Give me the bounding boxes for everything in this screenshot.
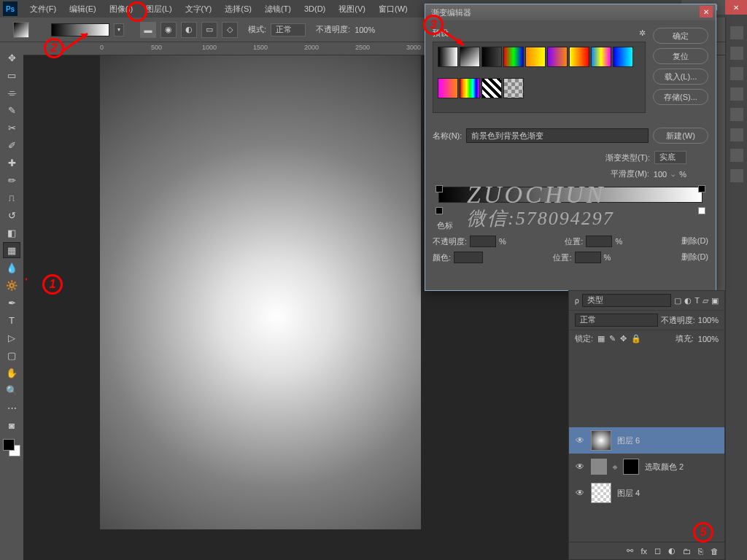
gradient-picker-button[interactable]: ▾ [114, 23, 124, 36]
delete-icon[interactable]: 🗑 [711, 547, 719, 556]
layer-name[interactable]: 图层 4 [617, 488, 640, 499]
gradient-bar[interactable] [438, 187, 703, 203]
layer-row[interactable]: 👁 图层 6 [569, 427, 724, 454]
load-button[interactable]: 载入(L)... [653, 69, 708, 85]
crop-tool[interactable]: ✂ [3, 120, 20, 136]
save-button[interactable]: 存储(S)... [653, 89, 708, 105]
lock-pixels-icon[interactable]: ✎ [609, 334, 616, 343]
preset-swatch[interactable] [438, 78, 458, 98]
move-tool[interactable]: ✥ [3, 50, 20, 66]
visibility-icon[interactable]: 👁 [575, 462, 585, 472]
opacity-stop[interactable] [698, 185, 705, 192]
gradient-bar-editor[interactable] [433, 187, 708, 213]
layer-thumbnail[interactable] [591, 430, 611, 451]
panel-icon[interactable] [730, 169, 743, 182]
stop-position-input[interactable] [575, 252, 601, 263]
layer-thumbnail[interactable] [591, 483, 611, 503]
preset-swatch[interactable] [503, 47, 524, 67]
reflected-gradient-icon[interactable]: ▭ [201, 22, 217, 38]
panel-icon[interactable] [730, 67, 743, 80]
preset-swatch[interactable] [460, 78, 480, 98]
layer-row[interactable]: 👁 ⎆ 选取颜色 2 [569, 454, 724, 480]
stop-color-input[interactable] [454, 252, 483, 263]
layer-opacity-value[interactable]: 100% [698, 316, 719, 324]
color-swatches[interactable] [3, 439, 20, 456]
menu-select[interactable]: 选择(S) [218, 4, 258, 15]
panel-icon[interactable] [730, 26, 743, 39]
adjustment-icon[interactable]: ◐ [668, 546, 676, 556]
mask-icon[interactable]: ◻ [654, 546, 661, 556]
zoom-tool[interactable]: 🔍 [3, 382, 20, 398]
panel-icon[interactable] [730, 128, 743, 141]
filter-smart-icon[interactable]: ▣ [711, 296, 719, 306]
link-layers-icon[interactable]: ⚯ [627, 546, 633, 556]
foreground-color-swatch[interactable] [3, 439, 15, 451]
dialog-titlebar[interactable]: 渐变编辑器 ✕ [425, 4, 716, 20]
filter-shape-icon[interactable]: ▱ [703, 296, 708, 306]
reset-button[interactable]: 复位 [653, 48, 708, 64]
preset-swatch[interactable] [460, 47, 480, 67]
adj-thumbnail[interactable] [591, 459, 607, 475]
delete-stop-button[interactable]: 删除(D) [681, 236, 708, 247]
marquee-tool[interactable]: ▭ [3, 67, 20, 83]
lock-all-icon[interactable]: 🔒 [631, 334, 641, 343]
preset-swatch[interactable] [481, 78, 502, 98]
panel-icon[interactable] [730, 47, 743, 60]
angle-gradient-icon[interactable]: ◐ [181, 22, 197, 38]
panel-icon[interactable] [730, 88, 743, 101]
layer-row[interactable]: 👁 图层 4 [569, 480, 724, 506]
lock-transparent-icon[interactable]: ▦ [597, 334, 605, 343]
preset-swatch[interactable] [613, 47, 633, 67]
rectangle-tool[interactable]: ▢ [3, 347, 20, 363]
new-button[interactable]: 新建(W) [653, 128, 708, 144]
close-button[interactable]: ✕ [725, 0, 747, 15]
pen-tool[interactable]: ✒ [3, 295, 20, 311]
color-stop[interactable] [436, 207, 443, 214]
type-tool[interactable]: T [3, 312, 20, 328]
filter-adj-icon[interactable]: ◐ [684, 296, 692, 306]
gradient-preview[interactable] [51, 23, 109, 36]
visibility-icon[interactable]: 👁 [575, 488, 585, 498]
tool-indicator[interactable] [13, 22, 29, 38]
blur-tool[interactable]: 💧 [3, 260, 20, 276]
menu-filter[interactable]: 滤镜(T) [258, 4, 298, 15]
lasso-tool[interactable]: ⌯ [3, 85, 20, 101]
quick-mask[interactable]: ◙ [3, 417, 20, 433]
smooth-value[interactable]: 100 [654, 170, 667, 179]
stamp-tool[interactable]: ⎍ [3, 190, 20, 206]
layer-blend-select[interactable]: 正常 [575, 314, 658, 327]
panel-icon[interactable] [730, 149, 743, 162]
preset-swatch[interactable] [547, 47, 568, 67]
panel-icon[interactable] [730, 108, 743, 121]
quick-select-tool[interactable]: ✎ [3, 102, 20, 118]
filter-pixel-icon[interactable]: ▢ [674, 296, 681, 306]
brush-tool[interactable]: ✏ [3, 172, 20, 188]
opacity-stop[interactable] [436, 185, 443, 192]
path-select-tool[interactable]: ▷ [3, 330, 20, 346]
presets-menu-icon[interactable]: ✲ [639, 28, 646, 38]
fx-icon[interactable]: fx [640, 547, 647, 556]
linear-gradient-icon[interactable]: ▬ [140, 22, 156, 38]
filter-type-icon[interactable]: T [694, 296, 700, 305]
healing-tool[interactable]: ✚ [3, 155, 20, 171]
menu-3d[interactable]: 3D(D) [298, 4, 332, 13]
menu-type[interactable]: 文字(Y) [179, 4, 219, 15]
preset-swatch[interactable] [481, 47, 502, 67]
preset-swatch[interactable] [438, 47, 458, 67]
preset-swatch[interactable] [525, 47, 546, 67]
preset-swatch[interactable] [503, 78, 524, 98]
mask-thumbnail[interactable] [623, 459, 639, 475]
blend-mode-select[interactable]: 正常 [271, 23, 306, 36]
gradient-name-input[interactable] [466, 128, 649, 143]
group-icon[interactable]: 🗀 [683, 547, 691, 556]
stop-position-input[interactable] [586, 236, 612, 247]
link-icon[interactable]: ⎆ [613, 463, 617, 471]
layer-name[interactable]: 图层 6 [617, 435, 640, 446]
gradient-tool[interactable]: ▦ [3, 242, 20, 258]
stop-opacity-input[interactable] [470, 236, 496, 247]
hand-tool[interactable]: ✋ [3, 365, 20, 381]
preset-swatch[interactable] [569, 47, 589, 67]
layer-filter-select[interactable]: 类型 [582, 294, 672, 307]
delete-stop-button[interactable]: 删除(D) [681, 252, 708, 263]
menu-window[interactable]: 窗口(W) [372, 4, 414, 15]
